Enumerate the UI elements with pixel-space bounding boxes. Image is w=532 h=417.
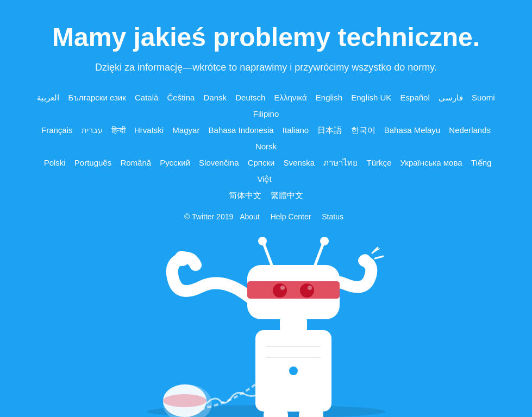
svg-point-5 — [360, 254, 371, 265]
svg-point-19 — [308, 286, 312, 290]
languages-line-2: Français עברית हिन्दी Hrvatski Magyar Ba… — [33, 122, 499, 155]
lang-arabic[interactable]: العربية — [37, 93, 59, 102]
svg-rect-25 — [299, 409, 323, 417]
languages-line-3: Polski Português Română Русский Slovenči… — [33, 155, 499, 187]
svg-line-7 — [375, 256, 383, 258]
lang-german[interactable]: Deutsch — [235, 93, 265, 102]
about-link[interactable]: About — [240, 212, 260, 221]
lang-serbian[interactable]: Српски — [248, 158, 275, 167]
lang-russian[interactable]: Русский — [160, 158, 190, 167]
lang-greek[interactable]: Ελληνικά — [274, 93, 306, 102]
lang-finnish[interactable]: Suomi — [472, 93, 495, 102]
lang-farsi[interactable]: فارسی — [439, 93, 463, 102]
lang-filipino[interactable]: Filipino — [253, 109, 279, 118]
lang-czech[interactable]: Čeština — [167, 93, 195, 102]
lang-norwegian[interactable]: Norsk — [255, 142, 277, 151]
footer-links: © Twitter 2019 About Help Center Status — [0, 212, 532, 221]
svg-point-18 — [280, 286, 285, 290]
lang-simplified-chinese[interactable]: 简体中文 — [229, 191, 261, 200]
lang-slovenian[interactable]: Slovenčina — [199, 158, 239, 167]
svg-line-20 — [264, 243, 272, 265]
languages-line-1: العربية Български език Català Čeština Da… — [33, 90, 499, 122]
lang-italian[interactable]: Italiano — [283, 125, 309, 135]
lang-indonesian[interactable]: Bahasa Indonesia — [209, 125, 274, 135]
lang-portuguese[interactable]: Português — [74, 158, 111, 167]
lang-bulgarian[interactable]: Български език — [68, 93, 126, 102]
lang-romanian[interactable]: Română — [120, 158, 151, 167]
lang-spanish[interactable]: Español — [400, 93, 430, 102]
status-link[interactable]: Status — [322, 212, 343, 221]
lang-french[interactable]: Français — [41, 125, 73, 135]
lang-malay[interactable]: Bahasa Melayu — [384, 125, 440, 135]
lang-swedish[interactable]: Svenska — [284, 158, 315, 167]
svg-point-4 — [174, 251, 190, 266]
lang-hindi[interactable]: हिन्दी — [111, 125, 126, 135]
lang-english[interactable]: English — [316, 93, 342, 102]
lang-danish[interactable]: Dansk — [204, 93, 227, 102]
lang-english-uk[interactable]: English UK — [351, 93, 391, 102]
lang-turkish[interactable]: Türkçe — [366, 158, 391, 167]
svg-point-21 — [258, 237, 267, 245]
svg-point-10 — [289, 367, 298, 375]
lang-thai[interactable]: ภาษาไทย — [323, 158, 358, 167]
lang-croatian[interactable]: Hrvatski — [134, 125, 164, 135]
copyright: © Twitter 2019 — [184, 212, 233, 221]
svg-point-17 — [300, 283, 314, 298]
lang-hungarian[interactable]: Magyar — [172, 125, 199, 135]
svg-rect-24 — [264, 409, 288, 417]
languages-section: العربية Български език Català Čeština Da… — [0, 90, 532, 204]
languages-line-4: 简体中文 繁體中文 — [33, 187, 499, 204]
svg-point-16 — [273, 283, 287, 298]
top-section: Mamy jakieś problemy techniczne. Dzięki … — [0, 0, 532, 221]
lang-dutch[interactable]: Nederlands — [449, 125, 491, 135]
lang-polish[interactable]: Polski — [44, 158, 66, 167]
svg-point-3 — [163, 394, 206, 407]
subtitle: Dzięki za informację—wkrótce to naprawim… — [0, 62, 532, 73]
lang-korean[interactable]: 한국어 — [351, 125, 375, 135]
help-center-link[interactable]: Help Center — [271, 212, 311, 221]
lang-ukrainian[interactable]: Українська мова — [400, 158, 462, 167]
lang-traditional-chinese[interactable]: 繁體中文 — [271, 191, 303, 200]
main-title: Mamy jakieś problemy techniczne. — [0, 22, 532, 53]
svg-line-22 — [315, 243, 323, 265]
svg-rect-15 — [247, 281, 340, 299]
lang-hebrew[interactable]: עברית — [82, 125, 103, 135]
lang-catalan[interactable]: Català — [135, 93, 158, 102]
svg-point-23 — [320, 237, 329, 245]
lang-japanese[interactable]: 日本語 — [317, 125, 342, 135]
